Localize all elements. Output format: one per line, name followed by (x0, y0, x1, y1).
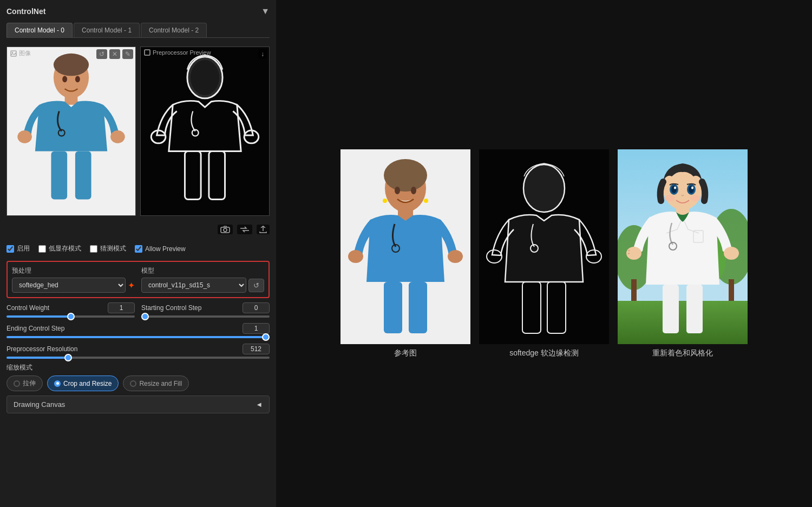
tab-control-model-2[interactable]: Control Model - 2 (141, 23, 207, 37)
svg-rect-8 (51, 152, 67, 200)
gallery-ref-image (340, 149, 470, 344)
download-preview-btn[interactable]: ↓ (258, 49, 267, 59)
resize-fill-radio-dot (130, 380, 136, 387)
guess-mode-checkbox[interactable] (90, 245, 97, 253)
preprocessor-resolution-label: Preprocessor Resolution (6, 345, 77, 353)
starting-step-slider[interactable] (141, 315, 270, 318)
preprocessor-select-row: softedge_hed ✦ (12, 278, 135, 293)
swap-btn[interactable] (237, 225, 252, 234)
svg-point-36 (424, 199, 428, 203)
allow-preview-checkbox[interactable] (135, 245, 142, 253)
stretch-radio-dot (14, 380, 20, 387)
left-panel: ControlNet ▼ Control Model - 0 Control M… (0, 0, 276, 507)
svg-rect-50 (631, 279, 637, 301)
ending-step-slider-group: Ending Control Step 1 (6, 323, 270, 338)
svg-rect-9 (75, 152, 91, 200)
svg-point-12 (75, 76, 80, 82)
svg-point-68 (664, 195, 675, 201)
svg-point-58 (691, 186, 693, 189)
input-image-box[interactable]: 图像 ↺ ✕ ✎ (6, 47, 136, 216)
panel-title: ControlNet (6, 7, 45, 16)
svg-rect-13 (145, 50, 150, 55)
preprocessor-group: 预处理 softedge_hed ✦ (12, 266, 135, 293)
svg-rect-65 (686, 285, 703, 333)
input-image-label: 图像 (10, 49, 31, 57)
svg-line-62 (628, 250, 630, 251)
scale-crop-resize-btn[interactable]: Crop and Resize (47, 376, 119, 391)
control-weight-slider-group: Control Weight 1 (6, 302, 135, 318)
preprocessor-resolution-slider[interactable] (6, 357, 270, 359)
control-weight-value: 1 (108, 302, 135, 313)
scale-resize-fill-btn[interactable]: Resize and Fill (123, 376, 189, 391)
starting-step-slider-group: Starting Control Step 0 (141, 302, 270, 318)
gallery-softedge-caption: softedge 软边缘检测 (509, 348, 579, 358)
gallery-anime-caption: 重新着色和风格化 (652, 348, 713, 358)
svg-point-33 (411, 187, 416, 194)
preview-icon (144, 49, 150, 56)
svg-rect-64 (663, 285, 679, 333)
tab-bar: Control Model - 0 Control Model - 1 Cont… (6, 23, 270, 38)
scale-mode-section: 缩放模式 拉伸 Crop and Resize Resize and Fill (6, 363, 270, 391)
ending-step-label: Ending Control Step (6, 325, 64, 332)
model-refresh-btn[interactable]: ↺ (248, 279, 264, 292)
camera-btn[interactable] (218, 225, 233, 234)
svg-point-28 (348, 250, 363, 263)
input-image-controls: ↺ ✕ ✎ (96, 49, 133, 59)
gallery-item-anime: 重新着色和风格化 (618, 149, 748, 358)
svg-point-55 (671, 186, 677, 193)
svg-point-56 (689, 186, 694, 193)
svg-rect-31 (409, 282, 427, 333)
drawing-canvas-row[interactable]: Drawing Canvas ◄ (6, 396, 270, 413)
svg-point-35 (383, 199, 387, 203)
tab-control-model-1[interactable]: Control Model - 1 (74, 23, 140, 37)
starting-step-value: 0 (243, 302, 270, 313)
svg-point-29 (448, 250, 463, 263)
tab-control-model-0[interactable]: Control Model - 0 (6, 23, 73, 37)
model-section: 预处理 softedge_hed ✦ 模型 control_v11p_sd15_… (6, 261, 270, 298)
scale-stretch-btn[interactable]: 拉伸 (6, 376, 43, 391)
low-vram-checkbox[interactable] (38, 245, 46, 253)
gallery-item-softedge: softedge 软边缘检测 (479, 149, 609, 358)
close-image-btn[interactable]: ✕ (109, 49, 120, 59)
svg-point-7 (110, 130, 125, 143)
preprocessor-select[interactable]: softedge_hed (12, 278, 126, 293)
camera-icon (220, 226, 230, 233)
svg-point-26 (384, 159, 427, 192)
enable-checkbox[interactable] (6, 245, 14, 253)
svg-point-69 (690, 195, 701, 201)
panel-header: ControlNet ▼ (6, 6, 270, 16)
options-row: 启用 低显存模式 猜测模式 Allow Preview (6, 241, 270, 256)
starting-step-label: Starting Control Step (141, 304, 201, 312)
model-group: 模型 control_v11p_sd15_s ↺ (141, 266, 264, 293)
fire-icon: ✦ (128, 280, 135, 291)
svg-point-11 (62, 76, 67, 82)
crop-resize-radio-dot (54, 380, 61, 387)
guess-mode-checkbox-item[interactable]: 猜测模式 (90, 244, 126, 253)
gallery-anime-image (618, 149, 748, 344)
gallery-softedge-image (479, 149, 609, 344)
svg-line-63 (628, 253, 630, 254)
scale-mode-label: 缩放模式 (6, 363, 270, 372)
allow-preview-checkbox-item[interactable]: Allow Preview (135, 245, 186, 253)
gallery: 参考图 (340, 149, 748, 358)
enable-checkbox-item[interactable]: 启用 (6, 244, 30, 253)
control-weight-slider[interactable] (6, 315, 135, 318)
preprocessor-resolution-slider-group: Preprocessor Resolution 512 (6, 344, 270, 359)
ending-step-slider[interactable] (6, 336, 270, 338)
image-previews-row: 图像 ↺ ✕ ✎ (6, 47, 270, 216)
preprocessor-preview-box[interactable]: Preprocessor Preview ↓ (140, 47, 270, 216)
preview-image-controls: ↓ (258, 49, 267, 59)
low-vram-checkbox-item[interactable]: 低显存模式 (38, 244, 81, 253)
model-label: 模型 (141, 266, 264, 275)
svg-point-6 (17, 130, 32, 143)
drawing-canvas-arrow: ◄ (256, 400, 263, 409)
panel-collapse-arrow[interactable]: ▼ (261, 6, 270, 16)
upload-btn[interactable] (257, 225, 270, 234)
refresh-image-btn[interactable]: ↺ (96, 49, 107, 59)
sliders-section: Control Weight 1 Starting Control Step 0… (6, 302, 270, 359)
model-select[interactable]: control_v11p_sd15_s (141, 278, 246, 293)
svg-rect-51 (729, 279, 734, 301)
gallery-ref-caption: 参考图 (394, 348, 417, 358)
edit-image-btn[interactable]: ✎ (122, 49, 133, 59)
svg-point-1 (12, 51, 13, 52)
